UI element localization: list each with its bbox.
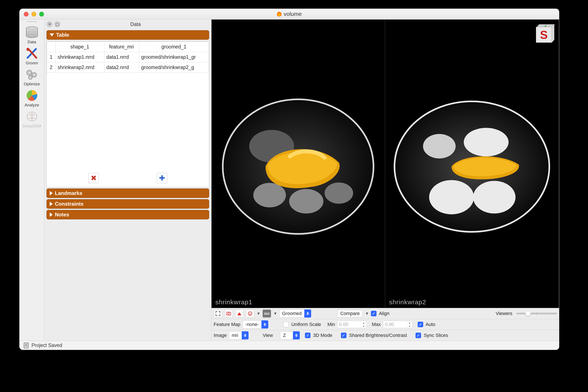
zoom-window-button[interactable] — [39, 12, 44, 16]
cell[interactable]: shrinkwrap2.nrrd — [55, 62, 104, 73]
feature-map-label: Feature Map — [214, 322, 241, 327]
checkbox-label: Uniform Scale — [292, 322, 321, 327]
max-label: Max — [372, 322, 381, 327]
min-spinbox[interactable]: ▴▾ — [337, 321, 367, 328]
view-toolbar: ▾ ISO ▾ Groomed Compare ▾ ✓ Align Viewer… — [212, 308, 559, 319]
cube-side-face[interactable] — [551, 24, 554, 43]
panel-close-button[interactable]: ✕ — [46, 21, 52, 27]
sidebar-grip[interactable] — [25, 21, 38, 23]
svg-point-3 — [26, 48, 29, 51]
cell[interactable]: data1.nrrd — [104, 52, 139, 62]
axis-select[interactable]: Z — [280, 331, 300, 340]
viewers-slider[interactable] — [516, 313, 557, 314]
render-view-1[interactable]: shrinkwrap1 — [212, 20, 385, 308]
sidebar-item-groom[interactable]: Groom — [19, 45, 44, 66]
cell[interactable]: shrinkwrap1.nrrd — [55, 52, 104, 62]
sidebar-item-label: DeepSSM — [19, 124, 44, 128]
sidebar-item-deepssm[interactable]: DeepSSM — [19, 108, 44, 129]
sidebar-item-label: Groom — [19, 61, 44, 66]
shared-bc-option[interactable]: ✓ Shared Brightness/Contrast — [341, 332, 407, 338]
spin-down[interactable]: ▾ — [407, 324, 412, 328]
sync-slices-option[interactable]: ✓ Sync Slices — [415, 332, 448, 338]
viewers-label: Viewers — [496, 311, 512, 316]
row-number: 1 — [47, 52, 55, 62]
delete-row-button[interactable]: ✖ — [88, 173, 99, 183]
iso-button[interactable]: ISO — [263, 310, 271, 318]
render-area[interactable]: shrinkwrap1 — [212, 20, 559, 308]
sidebar-item-label: Optimize — [19, 82, 44, 86]
compare-button[interactable]: Compare — [337, 310, 363, 317]
checkbox-label: Shared Brightness/Contrast — [349, 332, 407, 338]
max-input[interactable] — [383, 321, 407, 328]
chevron-right-icon — [50, 191, 53, 195]
button-label: Compare — [340, 311, 360, 316]
row-number: 2 — [47, 62, 55, 73]
col-header[interactable]: shape_1 — [55, 42, 104, 52]
data-panel: ✕ ▢ Data Table shape_1 feature_mri — [44, 20, 212, 341]
spin-up[interactable]: ▴ — [407, 321, 412, 324]
mri-slice — [390, 77, 553, 256]
points-button[interactable] — [235, 310, 244, 318]
data-table: shape_1 feature_mri groomed_1 1 shrinkwr… — [46, 42, 209, 187]
svg-point-16 — [325, 182, 353, 204]
col-header[interactable]: feature_mri — [104, 42, 139, 52]
select-value: -none- — [245, 322, 259, 327]
cell[interactable]: groomed/shrinkwrap1_gr — [139, 52, 209, 62]
iso-menu[interactable]: ▾ — [273, 310, 277, 318]
image-select[interactable]: mri — [229, 331, 257, 340]
compare-menu[interactable]: ▾ — [365, 310, 369, 318]
table-row[interactable]: 2 shrinkwrap2.nrrd data2.nrrd groomed/sh… — [47, 62, 209, 73]
sidebar-item-data[interactable]: Data — [19, 24, 44, 45]
mode3d-option[interactable]: ✓ 3D Mode — [305, 332, 332, 338]
sidebar-item-analyze[interactable]: Analyze — [19, 87, 44, 108]
titlebar: volume — [19, 9, 559, 20]
cell[interactable]: data2.nrrd — [104, 62, 139, 73]
surface-button[interactable] — [246, 310, 254, 318]
display-mode-select[interactable]: Groomed — [279, 310, 335, 318]
cell[interactable]: groomed/shrinkwrap2_g — [139, 62, 209, 73]
max-spinbox[interactable]: ▴▾ — [383, 321, 412, 328]
panel-detach-button[interactable]: ▢ — [54, 21, 60, 27]
table-row[interactable]: 1 shrinkwrap1.nrrd data1.nrrd groomed/sh… — [47, 52, 209, 62]
slider-thumb[interactable] — [525, 310, 531, 316]
checkbox-label: Align — [379, 311, 389, 316]
status-bar: Project Saved — [19, 341, 559, 350]
add-row-button[interactable]: ✚ — [157, 173, 167, 183]
view-caption: shrinkwrap2 — [389, 298, 426, 306]
feature-map-select[interactable]: -none- — [243, 320, 277, 328]
uniform-scale-option[interactable]: ✓ Uniform Scale — [283, 322, 321, 327]
checkbox-icon: ✓ — [305, 332, 310, 338]
sidebar-item-optimize[interactable]: Optimize — [19, 66, 44, 87]
panel-title: Data — [62, 22, 209, 27]
checkbox-label: Auto — [426, 322, 435, 327]
image-label: Image — [214, 332, 227, 338]
svg-point-27 — [249, 313, 250, 313]
select-value: Z — [283, 332, 286, 338]
checkbox-label: Sync Slices — [424, 332, 448, 338]
section-constraints[interactable]: Constraints — [46, 199, 209, 209]
window-title-text: volume — [284, 11, 302, 17]
col-header[interactable]: groomed_1 — [139, 42, 209, 52]
close-window-button[interactable] — [24, 12, 28, 16]
section-label: Landmarks — [55, 190, 82, 196]
svg-point-9 — [29, 77, 31, 78]
min-input[interactable] — [337, 321, 361, 328]
window-controls — [19, 12, 44, 16]
svg-point-26 — [248, 312, 252, 315]
render-view-2[interactable]: shrinkwrap2 — [385, 20, 559, 308]
surface-menu[interactable]: ▾ — [257, 310, 260, 318]
checkbox-icon: ✓ — [418, 322, 423, 327]
cube-front-face[interactable]: S — [536, 27, 552, 43]
autoview-button[interactable] — [214, 310, 222, 318]
minimize-window-button[interactable] — [31, 12, 36, 16]
screenshot-button[interactable] — [224, 310, 233, 318]
align-option[interactable]: ✓ Align — [371, 311, 389, 316]
auto-option[interactable]: ✓ Auto — [418, 322, 435, 327]
orientation-cube[interactable]: A S — [536, 24, 554, 43]
section-notes[interactable]: Notes — [46, 210, 209, 219]
section-table[interactable]: Table — [46, 30, 209, 40]
section-landmarks[interactable]: Landmarks — [46, 188, 209, 198]
spin-down[interactable]: ▾ — [361, 324, 366, 328]
svg-point-28 — [251, 313, 251, 313]
spin-up[interactable]: ▴ — [361, 321, 366, 324]
